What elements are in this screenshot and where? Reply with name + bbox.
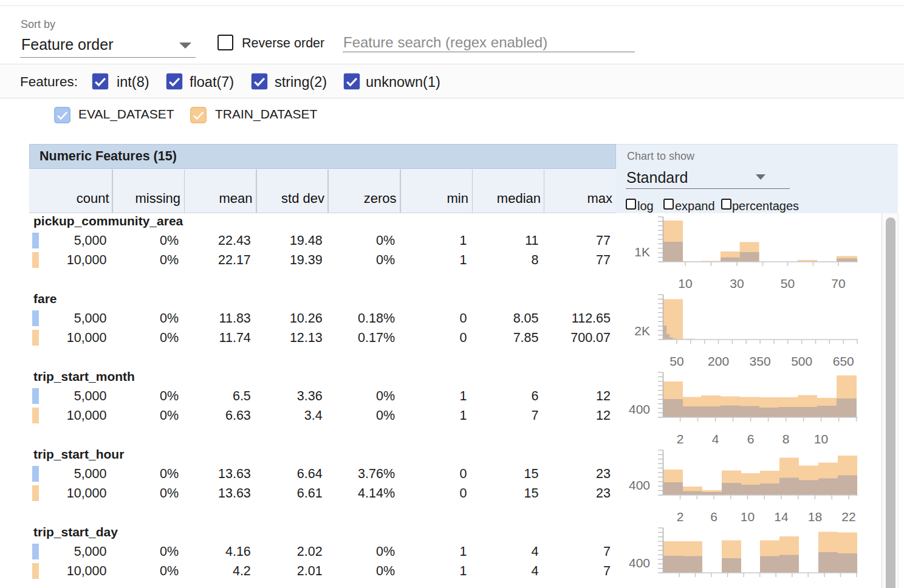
svg-text:30: 30 [730,276,744,290]
svg-text:10: 10 [814,432,828,446]
svg-text:22: 22 [841,510,855,524]
svg-text:10: 10 [678,276,692,290]
svg-text:50: 50 [669,354,683,368]
svg-text:4: 4 [712,432,719,446]
svg-text:2: 2 [677,510,684,524]
svg-text:10: 10 [741,510,755,524]
svg-text:6: 6 [710,510,717,524]
svg-text:200: 200 [708,354,729,368]
svg-text:14: 14 [774,510,789,524]
svg-text:50: 50 [781,276,795,290]
svg-text:1K: 1K [634,245,650,259]
svg-text:2: 2 [677,432,684,446]
svg-text:70: 70 [831,276,845,290]
svg-text:400: 400 [629,556,650,570]
svg-text:400: 400 [629,478,650,492]
svg-text:8: 8 [782,432,790,446]
svg-text:2K: 2K [634,324,650,338]
svg-text:500: 500 [791,354,812,368]
svg-text:18: 18 [808,510,822,524]
svg-text:400: 400 [629,402,650,416]
svg-text:650: 650 [833,354,854,368]
svg-text:6: 6 [747,432,755,446]
svg-text:350: 350 [750,354,771,368]
